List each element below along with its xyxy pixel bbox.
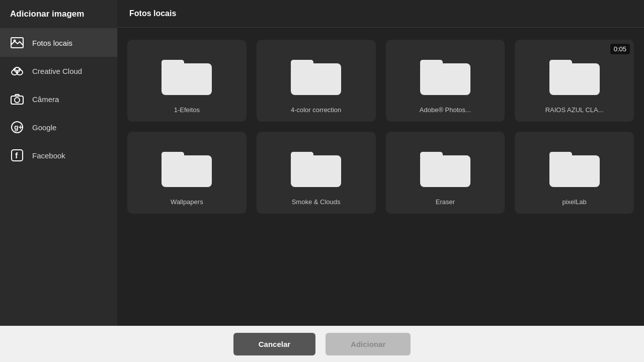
- folder-label: RAIOS AZUL CLA...: [545, 106, 604, 114]
- svg-rect-16: [420, 60, 443, 68]
- folder-icon: [286, 50, 346, 100]
- sidebar-item-label: Facebook: [32, 151, 65, 160]
- folder-icon: [415, 50, 475, 100]
- folder-icon: [286, 142, 346, 192]
- svg-rect-26: [549, 152, 572, 160]
- cancel-button[interactable]: Cancelar: [233, 333, 315, 355]
- svg-rect-14: [291, 60, 313, 68]
- sidebar-item-google[interactable]: g+ Google: [0, 113, 117, 141]
- svg-rect-24: [420, 152, 443, 160]
- folder-item-4-color-correction[interactable]: 4-color correction: [257, 40, 376, 122]
- folder-item-raios-azul[interactable]: RAIOS AZUL CLA... 0:05: [515, 40, 634, 122]
- svg-rect-23: [420, 155, 470, 187]
- timer-badge: 0:05: [610, 44, 630, 54]
- sidebar: Adicionar imagem Fotos locais: [0, 0, 117, 326]
- sidebar-item-camera[interactable]: Câmera: [0, 85, 117, 113]
- bottom-bar: Cancelar Adicionar: [0, 326, 644, 362]
- content-area: Fotos locais 1-Efeitos: [117, 0, 644, 326]
- folder-label: 1-Efeitos: [174, 106, 200, 114]
- folder-item-wallpapers[interactable]: Wallpapers: [127, 132, 247, 214]
- folder-icon: [544, 142, 605, 192]
- folder-item-pixellab[interactable]: pixelLab: [515, 132, 634, 214]
- folder-label: pixelLab: [562, 198, 586, 206]
- content-header: Fotos locais: [117, 0, 644, 28]
- folder-label: Adobe® Photos...: [420, 106, 471, 114]
- folder-icon: [415, 142, 475, 192]
- google-icon: g+: [10, 120, 24, 134]
- svg-rect-13: [291, 63, 341, 95]
- svg-rect-25: [549, 155, 600, 187]
- svg-rect-22: [291, 152, 313, 160]
- sidebar-item-label: Google: [32, 123, 56, 132]
- svg-rect-21: [291, 155, 341, 187]
- folder-item-adobe-photos[interactable]: Adobe® Photos...: [386, 40, 505, 122]
- creative-cloud-icon: [10, 64, 24, 78]
- sidebar-item-creative-cloud[interactable]: Creative Cloud: [0, 57, 117, 85]
- sidebar-item-fotos-locais[interactable]: Fotos locais: [0, 29, 117, 57]
- folder-label: Wallpapers: [171, 198, 203, 206]
- folder-item-eraser[interactable]: Eraser: [386, 132, 505, 214]
- camera-icon: [10, 92, 24, 106]
- folder-icon: [156, 142, 217, 192]
- sidebar-item-label: Câmera: [32, 95, 59, 104]
- svg-rect-12: [162, 60, 184, 68]
- svg-text:g+: g+: [14, 123, 23, 131]
- svg-rect-19: [162, 155, 212, 187]
- svg-point-6: [15, 98, 20, 103]
- folder-label: 4-color correction: [291, 106, 341, 114]
- folder-grid: 1-Efeitos 4-color correction: [127, 40, 634, 214]
- image-icon: [10, 36, 24, 50]
- add-button[interactable]: Adicionar: [326, 333, 411, 355]
- svg-rect-18: [549, 60, 572, 68]
- folder-label: Eraser: [436, 198, 455, 206]
- sidebar-header: Adicionar imagem: [0, 0, 117, 29]
- sidebar-item-facebook[interactable]: f Facebook: [0, 141, 117, 169]
- svg-text:f: f: [15, 151, 18, 160]
- svg-rect-17: [549, 63, 600, 95]
- folder-icon: [544, 50, 605, 100]
- folder-label: Smoke & Clouds: [292, 198, 341, 206]
- sidebar-item-label: Creative Cloud: [32, 67, 82, 75]
- svg-rect-15: [420, 63, 470, 95]
- sidebar-item-label: Fotos locais: [32, 39, 72, 47]
- folder-grid-container: 1-Efeitos 4-color correction: [117, 28, 644, 326]
- folder-item-smoke-clouds[interactable]: Smoke & Clouds: [257, 132, 376, 214]
- folder-icon: [156, 50, 217, 100]
- svg-rect-11: [162, 63, 212, 95]
- facebook-icon: f: [10, 148, 24, 162]
- svg-rect-20: [162, 152, 184, 160]
- folder-item-1-efeitos[interactable]: 1-Efeitos: [127, 40, 247, 122]
